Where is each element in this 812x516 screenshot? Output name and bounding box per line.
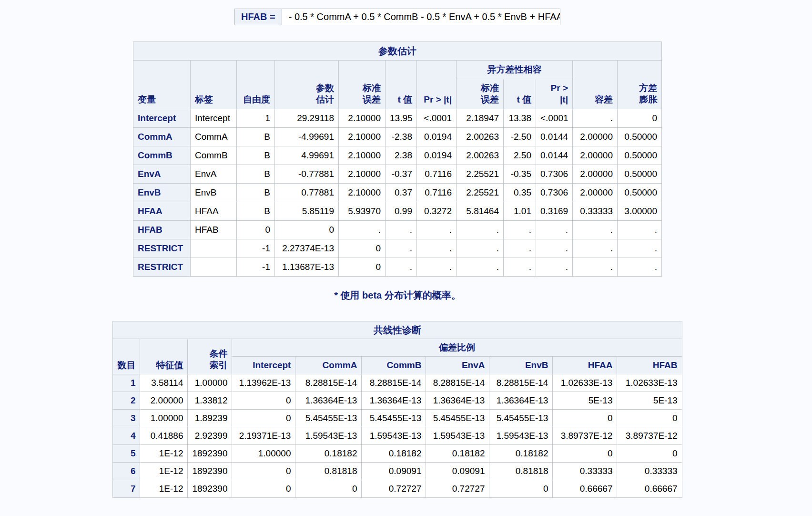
hc-tvalue-cell: 1.01 — [504, 202, 536, 221]
label-cell — [191, 239, 237, 258]
eigenvalue-cell: 1E-12 — [140, 445, 188, 463]
hc-pr-t-cell: . — [536, 239, 573, 258]
tolerance-cell: 0.33333 — [573, 202, 618, 221]
df-cell: B — [237, 165, 275, 184]
eigenvalue-cell: 2.00000 — [140, 392, 188, 410]
tvalue-cell: . — [386, 258, 417, 277]
hc-pr-t-cell: <.0001 — [536, 109, 573, 128]
stderr-cell: 0 — [339, 239, 386, 258]
table-row: 13.581141.000001.13962E-138.28815E-148.2… — [113, 374, 682, 392]
pr-t-cell: 0.3272 — [417, 202, 457, 221]
hc-pr-t-cell: 0.3169 — [536, 202, 573, 221]
prop-enva-cell: 1.59543E-13 — [426, 427, 489, 445]
column-header-enva: EnvA — [426, 357, 489, 374]
table-row: HFAAHFAAB5.851195.939700.990.32725.81464… — [133, 202, 662, 221]
tolerance-cell: 2.00000 — [573, 146, 618, 165]
stderr-cell: 0 — [339, 258, 386, 277]
table-row: CommBCommBB4.996912.100002.380.01942.002… — [133, 146, 662, 165]
prop-hfaa-cell: 5E-13 — [553, 392, 617, 410]
eigenvalue-cell: 1.00000 — [140, 410, 188, 427]
hc-stderr-cell: . — [457, 258, 504, 277]
variable-name-cell: HFAA — [133, 202, 191, 221]
tolerance-cell: . — [573, 221, 618, 239]
row-number-cell: 3 — [113, 410, 140, 427]
hc-pr-t-cell: 0.7306 — [536, 165, 573, 184]
prop-commb-cell: 8.28815E-14 — [362, 374, 426, 392]
column-header-label: 标签 — [191, 61, 237, 109]
hc-tvalue-cell: 2.50 — [504, 146, 536, 165]
condition-index-cell: 1892390 — [188, 463, 232, 480]
stderr-cell: 2.10000 — [339, 146, 386, 165]
column-header-variable: 变量 — [133, 61, 191, 109]
column-header-tvalue: t 值 — [386, 61, 417, 109]
row-number-cell: 2 — [113, 392, 140, 410]
variable-name-cell: EnvA — [133, 165, 191, 184]
prop-commb-cell: 1.36364E-13 — [362, 392, 426, 410]
prop-comma-cell: 1.59543E-13 — [295, 427, 362, 445]
row-number-cell: 6 — [113, 463, 140, 480]
proportion-group-header: 偏差比例 — [232, 339, 682, 357]
estimate-cell: 1.13687E-13 — [275, 258, 339, 277]
prop-hfab-cell: 0 — [617, 445, 682, 463]
hc-tvalue-cell: . — [504, 239, 536, 258]
table-row: 31.000001.8923905.45455E-135.45455E-135.… — [113, 410, 682, 427]
tvalue-cell: 2.38 — [386, 146, 417, 165]
formula-expression: - 0.5 * CommA + 0.5 * CommB - 0.5 * EnvA… — [282, 9, 560, 25]
prop-comma-cell: 5.45455E-13 — [295, 410, 362, 427]
hc-pr-t-cell: . — [536, 221, 573, 239]
prop-enva-cell: 0.09091 — [426, 463, 489, 480]
prop-hfab-cell: 0.66667 — [617, 480, 682, 498]
prop-intercept-cell: 2.19371E-13 — [232, 427, 295, 445]
column-header-number: 数目 — [113, 339, 140, 374]
hc-stderr-cell: . — [457, 239, 504, 258]
prop-enva-cell: 0.72727 — [426, 480, 489, 498]
variance-inflation-cell: 0.50000 — [618, 146, 662, 165]
df-cell: 0 — [237, 221, 275, 239]
table-row: CommACommAB-4.996912.10000-2.380.01942.0… — [133, 128, 662, 146]
tvalue-cell: 13.95 — [386, 109, 417, 128]
prop-commb-cell: 0.72727 — [362, 480, 426, 498]
df-cell: 1 — [237, 109, 275, 128]
column-header-envb: EnvB — [489, 357, 553, 374]
estimate-cell: 5.85119 — [275, 202, 339, 221]
df-cell: B — [237, 146, 275, 165]
prop-intercept-cell: 1.00000 — [232, 445, 295, 463]
table-row: 71E-121892390000.727270.7272700.666670.6… — [113, 480, 682, 498]
prop-commb-cell: 5.45455E-13 — [362, 410, 426, 427]
prop-intercept-cell: 0 — [232, 392, 295, 410]
variance-inflation-cell: . — [618, 239, 662, 258]
column-header-variance-inflation: 方差 膨胀 — [618, 61, 662, 109]
label-cell: CommA — [191, 128, 237, 146]
label-cell: EnvA — [191, 165, 237, 184]
column-header-comma: CommA — [295, 357, 362, 374]
hc-tvalue-cell: -0.35 — [504, 165, 536, 184]
estimate-cell: 29.29118 — [275, 109, 339, 128]
table-row: RESTRICT-12.27374E-130....... — [133, 239, 662, 258]
variance-inflation-cell: . — [618, 258, 662, 277]
row-number-cell: 1 — [113, 374, 140, 392]
prop-intercept-cell: 0 — [232, 463, 295, 480]
prop-hfab-cell: 0 — [617, 410, 682, 427]
row-number-cell: 7 — [113, 480, 140, 498]
hc-tvalue-cell: -2.50 — [504, 128, 536, 146]
tvalue-cell: . — [386, 239, 417, 258]
hc-pr-t-cell: 0.0144 — [536, 146, 573, 165]
prop-commb-cell: 0.09091 — [362, 463, 426, 480]
prop-envb-cell: 0.81818 — [489, 463, 553, 480]
prop-hfaa-cell: 1.02633E-13 — [553, 374, 617, 392]
table-row: 51E-1218923901.000000.181820.181820.1818… — [113, 445, 682, 463]
stderr-cell: 2.10000 — [339, 128, 386, 146]
prop-enva-cell: 1.36364E-13 — [426, 392, 489, 410]
pr-t-cell: . — [417, 221, 457, 239]
eigenvalue-cell: 0.41886 — [140, 427, 188, 445]
pr-t-cell: 0.0194 — [417, 128, 457, 146]
condition-index-cell: 1.00000 — [188, 374, 232, 392]
table-row: InterceptIntercept129.291182.1000013.95<… — [133, 109, 662, 128]
df-cell: B — [237, 184, 275, 202]
prop-hfaa-cell: 3.89737E-12 — [553, 427, 617, 445]
stderr-cell: 2.10000 — [339, 184, 386, 202]
tvalue-cell: . — [386, 221, 417, 239]
tolerance-cell: . — [573, 239, 618, 258]
column-header-hc-tvalue: t 值 — [504, 79, 536, 109]
column-header-hc-pr-t: Pr > |t| — [536, 79, 573, 109]
